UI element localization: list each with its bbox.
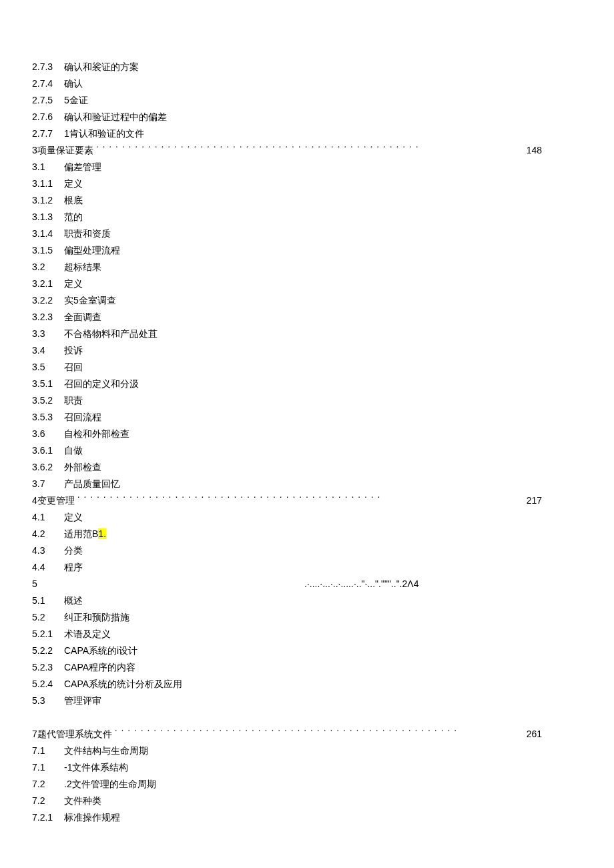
toc-entry: 3.1.2根底 [32,192,582,209]
toc-garbled-text: .·....·...·..·.....·.."·..."."""..".2Λ4 [304,576,418,592]
toc-entry: 3.7产品质量回忆 [32,476,582,492]
toc-entry: 7.1文件结构与生命周期 [32,743,582,759]
toc-entry: 5.2.2CAPA系统的i设计 [32,642,582,659]
toc-entry: 3.3不合格物料和产品处苴 [32,326,582,342]
toc-entry: 3.5.1召回的定义和分汲 [32,376,582,392]
toc-number: 7.2 [32,776,64,793]
toc-entry: 3.6.1自做 [32,442,582,459]
toc-section-entry: 3项量保证要素 148 [32,142,582,159]
leader-dots [77,494,523,504]
toc-number: 3.6 [32,426,64,442]
toc-section-title: 7题代管理系统文件 [32,726,115,743]
toc-title: CAPA系统的统计分析及应用 [64,676,182,693]
toc-title: 定义 [64,175,83,192]
toc-title: 自做 [64,442,83,459]
toc-number: 3.2.1 [32,276,64,292]
toc-entry: 3.1偏差管理 [32,159,582,175]
toc-title: 外部检查 [64,459,101,476]
toc-number: 3.7 [32,476,64,492]
leader-dots [96,143,523,153]
toc-number: 5.2.3 [32,659,64,676]
toc-title: 定义 [64,276,83,292]
toc-title: 超标结果 [64,259,101,276]
toc-entry: 3.5.2职责 [32,392,582,409]
toc-title: .2文件管理的生命周期 [64,776,156,793]
toc-entry: 5.2.4CAPA系统的统计分析及应用 [32,676,582,693]
toc-number: 3.5.1 [32,376,64,392]
toc-entry: 2.7.3确认和裟证的方案 [32,59,582,75]
highlight: 1. [98,528,106,539]
toc-entry: 3.5召回 [32,359,582,376]
toc-number: 4.3 [32,542,64,559]
toc-title: 纠正和预防措施 [64,609,129,626]
toc-entry: 7.2.1标准操作规程 [32,809,582,826]
toc-number: 4.1 [32,509,64,526]
toc-number: 2.7.7 [32,125,64,142]
toc-entry: 5.2.1术语及定义 [32,626,582,642]
toc-number: 3.2.2 [32,292,64,309]
toc-number: 7.1 [32,759,64,776]
toc-title: 确认 [64,75,83,92]
toc-page-number: 261 [523,726,582,743]
toc-number: 5.2.4 [32,676,64,693]
toc-title: 分类 [64,542,83,559]
toc-entry: 3.1.3范的 [32,209,582,226]
toc-page-number: 148 [523,142,582,159]
toc-title-prefix: 适用范B [64,528,98,539]
toc-section-title: 3项量保证要素 [32,142,96,159]
toc-number: 3.1.3 [32,209,64,226]
toc-entry: 3.2超标结果 [32,259,582,276]
toc-title: 1肯认和验证的文件 [64,125,144,142]
toc-number: 2.7.5 [32,92,64,109]
toc-page: 2.7.3确认和裟证的方案2.7.4确认2.7.55金证2.7.6确认和验证过程… [0,0,614,868]
toc-number: 3.2 [32,259,64,276]
toc-number: 5 [32,576,64,592]
toc-entry: 7.2文件种类 [32,793,582,809]
toc-number: 2.7.3 [32,59,64,75]
toc-title: 不合格物料和产品处苴 [64,326,158,342]
toc-title: 投诉 [64,342,83,359]
blank-line [32,709,582,726]
toc-title: 偏差管理 [64,159,101,175]
toc-entry: 7.1-1文件体系结构 [32,759,582,776]
toc-title: 职责和资质 [64,226,111,242]
toc-entry: 3.6.2外部检查 [32,459,582,476]
toc-entry: 5.1概述 [32,592,582,609]
toc-page-number: 217 [523,492,582,509]
toc-number: 3.6.1 [32,442,64,459]
toc-section-entry: 4变更管理 217 [32,492,582,509]
toc-number: 3.1.2 [32,192,64,209]
toc-section-entry: 7题代管理系统文件 261 [32,726,582,743]
toc-title: 程序 [64,559,83,576]
leader-dots [115,727,523,737]
toc-title: 确认和裟证的方案 [64,59,139,75]
toc-title: 范的 [64,209,83,226]
toc-number: 3.1.5 [32,242,64,259]
toc-entry: 5.·....·...·..·.....·.."·..."."""..".2Λ4 [32,576,582,592]
toc-entry: 5.2纠正和预防措施 [32,609,582,626]
toc-number: 2.7.4 [32,75,64,92]
toc-title: -1文件体系结构 [64,759,128,776]
toc-number: 5.1 [32,592,64,609]
toc-entry: 2.7.4确认 [32,75,582,92]
toc-entry: 3.5.3召回流程 [32,409,582,426]
toc-number: 5.2 [32,609,64,626]
toc-entry: 7.2.2文件管理的生命周期 [32,776,582,793]
toc-title: 适用范B1. [64,526,106,542]
toc-entry: 2.7.6确认和验证过程中的偏差 [32,109,582,125]
toc-title: CAPA程序的内容 [64,659,135,676]
toc-title: 文件种类 [64,793,101,809]
toc-number: 5.3 [32,693,64,709]
toc-title: 管理评审 [64,693,101,709]
toc-number: 3.1 [32,159,64,175]
toc-number: 2.7.6 [32,109,64,125]
toc-entry: 5.2.3CAPA程序的内容 [32,659,582,676]
toc-title: 召回 [64,359,83,376]
toc-entry: 3.1.5偏型处理流程 [32,242,582,259]
toc-number: 3.2.3 [32,309,64,326]
toc-number: 3.5.3 [32,409,64,426]
toc-title: 偏型处理流程 [64,242,120,259]
toc-number: 3.4 [32,342,64,359]
toc-entry: 4.3分类 [32,542,582,559]
toc-number: 4.4 [32,559,64,576]
